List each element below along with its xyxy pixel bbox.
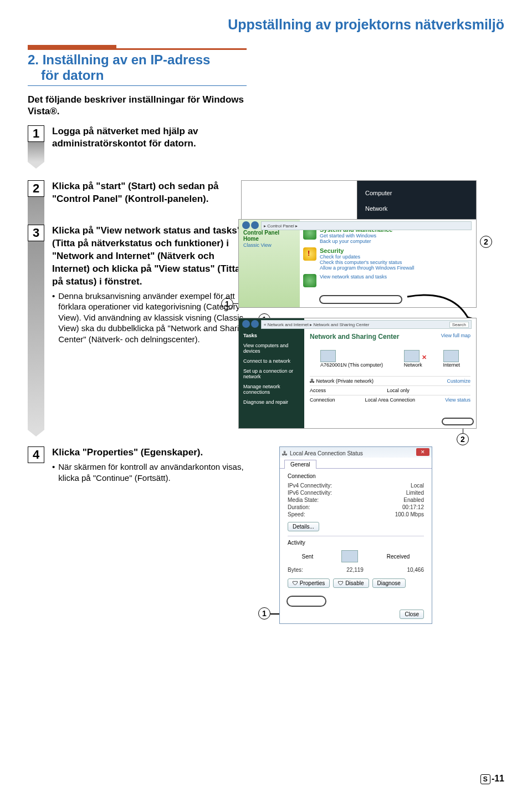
start-item-network[interactable]: Network xyxy=(357,201,476,216)
lan-ipv6-value: Limited xyxy=(406,490,424,496)
step-number-3: 3 xyxy=(28,225,44,241)
step-4-bullet: När skärmen för kontroll av användarkont… xyxy=(52,461,252,483)
lan-sent-label: Sent xyxy=(302,554,314,560)
lan-tab-general[interactable]: General xyxy=(284,460,316,469)
lan-status-dialog: 🖧 Local Area Connection Status ✕ General… xyxy=(279,446,432,624)
properties-button[interactable]: 🛡 Properties xyxy=(288,578,330,588)
nsc-view-status[interactable]: View status xyxy=(445,397,470,403)
close-button[interactable]: Close xyxy=(400,610,424,619)
nsc-nav-fwd-icon[interactable] xyxy=(251,320,259,328)
nsc-computer-label: A7620001N (This computer) xyxy=(320,362,383,368)
page-number: S-11 xyxy=(480,774,504,784)
lan-ipv6-label: IPv6 Connectivity: xyxy=(288,490,332,496)
nsc-task-setup[interactable]: Set up a connection or network xyxy=(243,368,300,379)
lan-title: Local Area Connection Status xyxy=(290,450,363,456)
nsc-view-full-map[interactable]: View full map xyxy=(441,333,470,345)
lan-recv-label: Received xyxy=(387,554,410,560)
lan-duration-label: Duration: xyxy=(288,504,310,510)
cp-view-status-highlight xyxy=(319,295,402,304)
nsc-computer-icon xyxy=(320,350,336,362)
lan-ipv4-value: Local xyxy=(411,483,424,489)
step-number-2: 2 xyxy=(28,180,44,197)
nsc-task-diagnose[interactable]: Diagnose and repair xyxy=(243,399,300,405)
nav-fwd-icon[interactable] xyxy=(251,221,259,229)
nsc-task-connect[interactable]: Connect to a network xyxy=(243,358,300,364)
nsc-customize[interactable]: Customize xyxy=(447,378,470,384)
lan-speed-value: 100.0 Mbps xyxy=(395,511,424,517)
cp-secstatus[interactable]: Check this computer's security status xyxy=(320,260,415,265)
lan-connection-section: Connection xyxy=(288,473,424,479)
step-arrow-3 xyxy=(28,241,44,430)
nsc-access-label: Access xyxy=(310,388,326,393)
nsc-view-status-highlight xyxy=(442,418,474,425)
page-title: Uppställning av projektorns nätverksmilj… xyxy=(28,17,504,33)
cp-view-network-status[interactable]: View network status and tasks xyxy=(320,274,387,280)
details-button[interactable]: Details... xyxy=(288,522,319,531)
lan-bytes-sent: 22,119 xyxy=(346,567,364,573)
step-arrow-1 xyxy=(28,142,44,162)
nsc-title: Network and Sharing Center xyxy=(310,333,399,341)
nsc-private-network: 🖧 Network (Private network) xyxy=(310,378,374,384)
network-globe-icon xyxy=(303,274,316,287)
lan-bytes-label: Bytes: xyxy=(288,567,303,573)
start-item-computer[interactable]: Computer xyxy=(357,185,476,201)
lan-bytes-recv: 10,466 xyxy=(407,567,424,573)
nsc-network-label: Network xyxy=(404,362,422,368)
disable-button[interactable]: 🛡 Disable xyxy=(333,578,369,588)
callout-2-nsc-line xyxy=(463,429,464,433)
cp-side-home[interactable]: Control Panel Home xyxy=(243,230,295,242)
step-number-1: 1 xyxy=(28,125,44,142)
diagnose-button[interactable]: Diagnose xyxy=(372,578,406,588)
nsc-task-manage[interactable]: Manage network connections xyxy=(243,384,300,395)
lan-media-value: Enabled xyxy=(403,497,424,503)
section-heading: 2. Inställning av en IP-adress för dator… xyxy=(28,48,247,83)
cp-breadcrumb: ▸ Control Panel ▸ xyxy=(261,221,472,230)
nsc-task-view-devices[interactable]: View computers and devices xyxy=(243,343,300,354)
control-panel-screenshot: ▸ Control Panel ▸ Control Panel Home Cla… xyxy=(238,219,477,308)
callout-1-lan: 1 xyxy=(258,607,270,620)
nsc-connection-value: Local Area Connection xyxy=(365,397,416,403)
nsc-internet-label: Internet xyxy=(443,362,461,368)
section-heading-line2: för datorn xyxy=(28,68,104,83)
callout-2-nsc: 2 xyxy=(457,433,469,445)
security-shield-icon xyxy=(303,247,316,261)
nsc-internet-icon xyxy=(443,350,459,362)
step-2-title: Klicka på "start" (Start) och sedan på "… xyxy=(52,180,252,206)
step-1-title: Logga på nätverket med hjälp av administ… xyxy=(52,125,252,151)
step-4-title: Klicka "Properties" (Egenskaper). xyxy=(52,446,252,459)
lan-activity-icon xyxy=(341,550,358,562)
lan-ipv4-label: IPv4 Connectivity: xyxy=(288,483,332,489)
section-heading-line1: 2. Inställning av en IP-adress xyxy=(28,52,210,67)
cp-backup[interactable]: Back up your computer xyxy=(320,238,392,244)
section-underline xyxy=(28,85,247,86)
step-3-title: Klicka på "View network status and tasks… xyxy=(52,225,252,288)
lan-activity-section: Activity xyxy=(288,540,424,546)
intro-text: Det följande beskriver inställningar för… xyxy=(28,94,247,118)
page-number-value: -11 xyxy=(492,774,504,783)
close-icon[interactable]: ✕ xyxy=(416,448,429,456)
nsc-network-icon xyxy=(404,350,420,362)
nsc-connection-label: Connection xyxy=(310,397,335,403)
step-3-bullet: Denna bruksanvisning använder exempel fö… xyxy=(52,291,252,345)
lan-speed-label: Speed: xyxy=(288,511,305,517)
cp-getstarted[interactable]: Get started with Windows xyxy=(320,233,392,238)
lan-media-label: Media State: xyxy=(288,497,319,503)
cp-side-classic[interactable]: Classic View xyxy=(243,242,272,248)
network-sharing-center-screenshot: « Network and Internet ▸ Network and Sha… xyxy=(238,318,477,429)
cp-firewall[interactable]: Allow a program through Windows Firewall xyxy=(320,265,415,271)
nsc-tasks-label: Tasks xyxy=(243,333,300,338)
lan-duration-value: 00:17:12 xyxy=(402,504,424,510)
nsc-access-value: Local only xyxy=(387,388,410,393)
properties-highlight xyxy=(287,596,326,607)
nsc-nav-back-icon[interactable] xyxy=(242,320,250,328)
nav-back-icon[interactable] xyxy=(242,221,250,229)
page-number-circle: S xyxy=(480,774,490,784)
cp-security[interactable]: Security xyxy=(320,247,415,254)
step-number-4: 4 xyxy=(28,446,44,463)
cp-updates[interactable]: Check for updates xyxy=(320,254,415,260)
